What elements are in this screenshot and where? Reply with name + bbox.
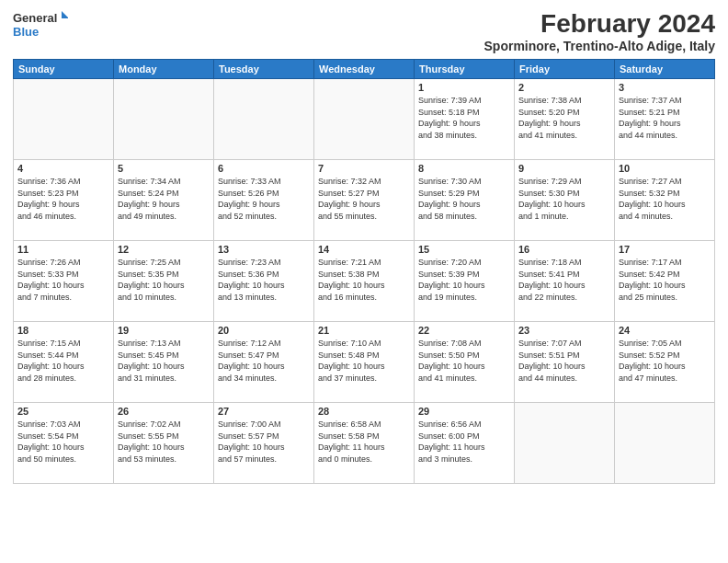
day-number: 4 <box>17 163 109 174</box>
calendar-week-row: 25Sunrise: 7:03 AM Sunset: 5:54 PM Dayli… <box>14 403 715 484</box>
day-info: Sunrise: 7:33 AM Sunset: 5:26 PM Dayligh… <box>218 176 310 222</box>
day-number: 20 <box>218 325 310 336</box>
calendar-day-cell: 1Sunrise: 7:39 AM Sunset: 5:18 PM Daylig… <box>415 79 515 160</box>
calendar-day-cell <box>615 403 715 484</box>
day-info: Sunrise: 6:56 AM Sunset: 6:00 PM Dayligh… <box>418 419 510 465</box>
day-info: Sunrise: 7:15 AM Sunset: 5:44 PM Dayligh… <box>17 338 109 384</box>
page: General Blue February 2024 Sporminore, T… <box>0 0 728 563</box>
day-number: 3 <box>619 82 711 93</box>
calendar-day-cell: 5Sunrise: 7:34 AM Sunset: 5:24 PM Daylig… <box>114 160 214 241</box>
day-info: Sunrise: 7:26 AM Sunset: 5:33 PM Dayligh… <box>17 257 109 303</box>
day-info: Sunrise: 7:25 AM Sunset: 5:35 PM Dayligh… <box>118 257 210 303</box>
calendar-day-header: Wednesday <box>314 60 415 79</box>
calendar-week-row: 11Sunrise: 7:26 AM Sunset: 5:33 PM Dayli… <box>14 241 715 322</box>
calendar-day-cell <box>214 79 314 160</box>
calendar-day-cell: 22Sunrise: 7:08 AM Sunset: 5:50 PM Dayli… <box>415 322 515 403</box>
day-info: Sunrise: 7:21 AM Sunset: 5:38 PM Dayligh… <box>318 257 410 303</box>
day-number: 1 <box>418 82 510 93</box>
calendar-week-row: 18Sunrise: 7:15 AM Sunset: 5:44 PM Dayli… <box>14 322 715 403</box>
calendar-day-cell: 28Sunrise: 6:58 AM Sunset: 5:58 PM Dayli… <box>314 403 415 484</box>
day-info: Sunrise: 7:32 AM Sunset: 5:27 PM Dayligh… <box>318 176 410 222</box>
calendar-day-cell <box>14 79 114 160</box>
calendar-day-cell: 19Sunrise: 7:13 AM Sunset: 5:45 PM Dayli… <box>114 322 214 403</box>
title-section: February 2024 Sporminore, Trentino-Alto … <box>484 9 716 53</box>
calendar-day-cell: 6Sunrise: 7:33 AM Sunset: 5:26 PM Daylig… <box>214 160 314 241</box>
day-number: 11 <box>17 244 109 255</box>
calendar-day-cell: 20Sunrise: 7:12 AM Sunset: 5:47 PM Dayli… <box>214 322 314 403</box>
day-number: 12 <box>118 244 210 255</box>
day-info: Sunrise: 7:10 AM Sunset: 5:48 PM Dayligh… <box>318 338 410 384</box>
day-number: 6 <box>218 163 310 174</box>
day-info: Sunrise: 7:18 AM Sunset: 5:41 PM Dayligh… <box>518 257 610 303</box>
calendar-day-cell: 7Sunrise: 7:32 AM Sunset: 5:27 PM Daylig… <box>314 160 415 241</box>
day-number: 24 <box>619 325 711 336</box>
calendar-day-cell: 11Sunrise: 7:26 AM Sunset: 5:33 PM Dayli… <box>14 241 114 322</box>
day-number: 15 <box>418 244 510 255</box>
day-info: Sunrise: 7:08 AM Sunset: 5:50 PM Dayligh… <box>418 338 510 384</box>
day-number: 8 <box>418 163 510 174</box>
day-info: Sunrise: 7:39 AM Sunset: 5:18 PM Dayligh… <box>418 95 510 141</box>
day-info: Sunrise: 7:03 AM Sunset: 5:54 PM Dayligh… <box>17 419 109 465</box>
day-number: 29 <box>418 406 510 417</box>
calendar-day-cell: 21Sunrise: 7:10 AM Sunset: 5:48 PM Dayli… <box>314 322 415 403</box>
svg-text:General: General <box>13 11 57 25</box>
calendar-day-cell <box>314 79 415 160</box>
day-number: 7 <box>318 163 410 174</box>
day-info: Sunrise: 7:29 AM Sunset: 5:30 PM Dayligh… <box>518 176 610 222</box>
calendar-day-cell: 15Sunrise: 7:20 AM Sunset: 5:39 PM Dayli… <box>415 241 515 322</box>
calendar-day-cell: 18Sunrise: 7:15 AM Sunset: 5:44 PM Dayli… <box>14 322 114 403</box>
day-info: Sunrise: 6:58 AM Sunset: 5:58 PM Dayligh… <box>318 419 410 465</box>
day-info: Sunrise: 7:02 AM Sunset: 5:55 PM Dayligh… <box>118 419 210 465</box>
day-info: Sunrise: 7:36 AM Sunset: 5:23 PM Dayligh… <box>17 176 109 222</box>
calendar-day-header: Saturday <box>615 60 715 79</box>
calendar-day-cell: 9Sunrise: 7:29 AM Sunset: 5:30 PM Daylig… <box>515 160 615 241</box>
calendar-day-cell: 8Sunrise: 7:30 AM Sunset: 5:29 PM Daylig… <box>415 160 515 241</box>
calendar-day-cell: 12Sunrise: 7:25 AM Sunset: 5:35 PM Dayli… <box>114 241 214 322</box>
day-number: 23 <box>518 325 610 336</box>
svg-text:Blue: Blue <box>13 25 39 39</box>
day-info: Sunrise: 7:17 AM Sunset: 5:42 PM Dayligh… <box>619 257 711 303</box>
calendar-week-row: 4Sunrise: 7:36 AM Sunset: 5:23 PM Daylig… <box>14 160 715 241</box>
day-info: Sunrise: 7:23 AM Sunset: 5:36 PM Dayligh… <box>218 257 310 303</box>
calendar-day-cell: 27Sunrise: 7:00 AM Sunset: 5:57 PM Dayli… <box>214 403 314 484</box>
calendar-day-cell: 25Sunrise: 7:03 AM Sunset: 5:54 PM Dayli… <box>14 403 114 484</box>
calendar-day-cell: 23Sunrise: 7:07 AM Sunset: 5:51 PM Dayli… <box>515 322 615 403</box>
header: General Blue February 2024 Sporminore, T… <box>13 9 715 53</box>
calendar-day-cell <box>114 79 214 160</box>
day-info: Sunrise: 7:37 AM Sunset: 5:21 PM Dayligh… <box>619 95 711 141</box>
calendar-day-cell: 10Sunrise: 7:27 AM Sunset: 5:32 PM Dayli… <box>615 160 715 241</box>
svg-marker-2 <box>62 11 68 18</box>
day-number: 9 <box>518 163 610 174</box>
logo: General Blue <box>13 9 68 40</box>
calendar-day-header: Tuesday <box>214 60 314 79</box>
day-number: 2 <box>518 82 610 93</box>
day-info: Sunrise: 7:30 AM Sunset: 5:29 PM Dayligh… <box>418 176 510 222</box>
calendar-day-header: Monday <box>114 60 214 79</box>
day-info: Sunrise: 7:34 AM Sunset: 5:24 PM Dayligh… <box>118 176 210 222</box>
calendar-day-header: Sunday <box>14 60 114 79</box>
day-number: 27 <box>218 406 310 417</box>
calendar-header-row: SundayMondayTuesdayWednesdayThursdayFrid… <box>14 60 715 79</box>
calendar-day-cell: 2Sunrise: 7:38 AM Sunset: 5:20 PM Daylig… <box>515 79 615 160</box>
day-info: Sunrise: 7:07 AM Sunset: 5:51 PM Dayligh… <box>518 338 610 384</box>
main-title: February 2024 <box>484 9 716 39</box>
day-number: 13 <box>218 244 310 255</box>
day-info: Sunrise: 7:27 AM Sunset: 5:32 PM Dayligh… <box>619 176 711 222</box>
day-number: 21 <box>318 325 410 336</box>
calendar-day-cell: 3Sunrise: 7:37 AM Sunset: 5:21 PM Daylig… <box>615 79 715 160</box>
calendar-day-cell: 4Sunrise: 7:36 AM Sunset: 5:23 PM Daylig… <box>14 160 114 241</box>
calendar-day-cell: 17Sunrise: 7:17 AM Sunset: 5:42 PM Dayli… <box>615 241 715 322</box>
day-number: 18 <box>17 325 109 336</box>
calendar-day-cell: 13Sunrise: 7:23 AM Sunset: 5:36 PM Dayli… <box>214 241 314 322</box>
calendar-day-cell: 29Sunrise: 6:56 AM Sunset: 6:00 PM Dayli… <box>415 403 515 484</box>
day-number: 16 <box>518 244 610 255</box>
calendar-day-header: Friday <box>515 60 615 79</box>
day-number: 10 <box>619 163 711 174</box>
day-info: Sunrise: 7:20 AM Sunset: 5:39 PM Dayligh… <box>418 257 510 303</box>
day-info: Sunrise: 7:38 AM Sunset: 5:20 PM Dayligh… <box>518 95 610 141</box>
day-number: 25 <box>17 406 109 417</box>
logo-svg: General Blue <box>13 9 68 40</box>
calendar-day-cell <box>515 403 615 484</box>
calendar-day-header: Thursday <box>415 60 515 79</box>
day-number: 5 <box>118 163 210 174</box>
